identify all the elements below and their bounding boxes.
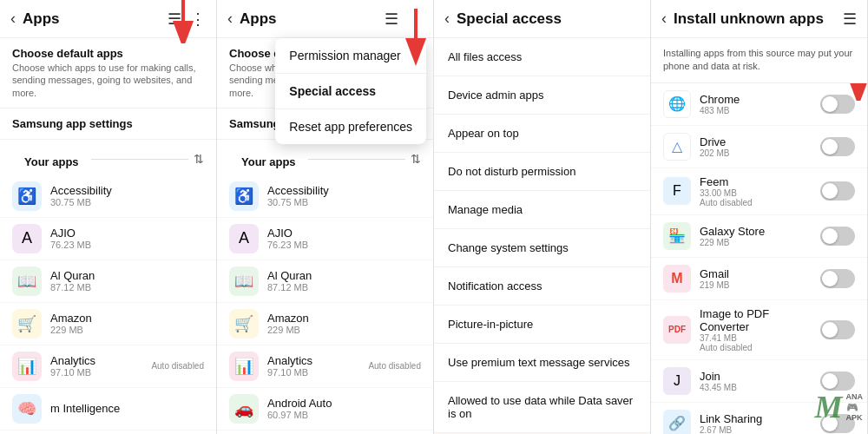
- list-item[interactable]: 🏪 Galaxy Store 229 MB: [651, 215, 867, 258]
- list-item[interactable]: 🛒 Amazon 229 MB: [0, 303, 216, 345]
- list-item[interactable]: J Join 43.45 MB: [651, 360, 867, 403]
- panel-apps-2: ‹ Apps ☰ ⋮ Permission manager Special ac…: [217, 0, 434, 434]
- list-item[interactable]: 🧠 m Intelligence: [0, 388, 216, 431]
- do-not-disturb-item[interactable]: Do not disturb permission: [434, 153, 650, 191]
- list-item[interactable]: F Feem 33.00 MB Auto disabled: [651, 168, 867, 215]
- picture-in-picture-item[interactable]: Picture-in-picture: [434, 306, 650, 344]
- list-item[interactable]: 🔗 Link Sharing 2.67 MB: [651, 403, 867, 434]
- samsung-settings-section[interactable]: Samsung app settings: [0, 108, 216, 140]
- list-item[interactable]: 🌐 Chrome 483 MB: [651, 83, 867, 126]
- pdf-toggle[interactable]: [820, 320, 855, 339]
- analytics-icon2: 📊: [229, 352, 259, 381]
- gmail-toggle[interactable]: [820, 269, 855, 288]
- app-name: Chrome: [700, 93, 820, 106]
- app-info: Image to PDF Converter 37.41 MB Auto dis…: [700, 307, 820, 352]
- choose-default-desc: Choose which apps to use for making call…: [12, 62, 204, 99]
- panel2-back-button[interactable]: ‹: [227, 10, 233, 28]
- app-name: Link Sharing: [700, 412, 820, 425]
- chrome-toggle[interactable]: [820, 95, 855, 114]
- change-system-settings-item[interactable]: Change system settings: [434, 229, 650, 267]
- list-item[interactable]: 🌐 Android System WebView: [0, 431, 216, 434]
- panel1-content: Choose default apps Choose which apps to…: [0, 38, 216, 434]
- join-toggle[interactable]: [820, 372, 855, 391]
- app-info: Amazon 229 MB: [50, 312, 204, 335]
- filter-icon2[interactable]: ⇅: [411, 152, 421, 166]
- panel-special-access: ‹ Special access All files access Device…: [434, 0, 651, 434]
- list-item[interactable]: 📊 Analytics 97.10 MB Auto disabled: [217, 345, 433, 388]
- drive-toggle[interactable]: [820, 137, 855, 156]
- panel-install-unknown-apps: ‹ Install unknown apps ☰ Installing apps…: [651, 0, 868, 434]
- panel2-sort-icon[interactable]: ☰: [385, 10, 398, 29]
- gmail-icon: M: [663, 265, 691, 293]
- choose-default-title: Choose default apps: [12, 47, 204, 60]
- link-toggle[interactable]: [820, 414, 855, 433]
- amazon-icon: 🛒: [12, 309, 42, 339]
- list-item[interactable]: 📖 Al Quran 87.12 MB: [0, 260, 216, 303]
- link-icon: 🔗: [663, 410, 691, 434]
- list-item[interactable]: 🚗 Android Auto 60.97 MB: [217, 388, 433, 431]
- your-apps-label2: Your apps: [229, 147, 308, 172]
- app-size: 87.12 MB: [50, 282, 204, 293]
- special-access-item[interactable]: Special access: [275, 74, 426, 109]
- panel4-back-button[interactable]: ‹: [661, 10, 667, 28]
- app-info: Analytics 97.10 MB: [50, 354, 151, 378]
- list-item[interactable]: △ Drive 202 MB: [651, 126, 867, 168]
- panel2-more-icon[interactable]: ⋮: [407, 10, 423, 29]
- all-files-access-item[interactable]: All files access: [434, 38, 650, 76]
- filter-icon[interactable]: ⇅: [194, 152, 204, 166]
- app-name: Feem: [700, 175, 820, 188]
- app-size: 60.97 MB: [267, 410, 421, 420]
- panel2-header: ‹ Apps ☰ ⋮: [217, 0, 433, 38]
- app-info: Gmail 219 MB: [700, 267, 820, 290]
- list-item[interactable]: ♿ Accessibility 30.75 MB: [217, 175, 433, 218]
- app-size: 76.23 MB: [50, 240, 204, 250]
- join-icon: J: [663, 367, 691, 395]
- appear-on-top-item[interactable]: Appear on top: [434, 115, 650, 153]
- panel3-back-button[interactable]: ‹: [444, 10, 450, 28]
- choose-default-section[interactable]: Choose default apps Choose which apps to…: [0, 38, 216, 108]
- data-saver-item[interactable]: Allowed to use data while Data saver is …: [434, 382, 650, 433]
- alquran-icon2: 📖: [229, 266, 259, 296]
- feem-icon: F: [663, 177, 691, 205]
- reset-app-prefs-item[interactable]: Reset app preferences: [275, 109, 426, 144]
- panel4-title: Install unknown apps: [674, 10, 843, 28]
- permission-manager-item[interactable]: Permission manager: [275, 38, 426, 74]
- divider-line: [91, 159, 188, 160]
- list-item[interactable]: 🤖 Android System Intelligence 116 MB: [217, 431, 433, 434]
- apps-list-1: ♿ Accessibility 30.75 MB A AJIO 76.23 MB…: [0, 175, 216, 434]
- premium-sms-item[interactable]: Use premium text message services: [434, 344, 650, 382]
- app-info: Link Sharing 2.67 MB: [700, 412, 820, 434]
- notification-access-item[interactable]: Notification access: [434, 267, 650, 306]
- list-item[interactable]: 📖 Al Quran 87.12 MB: [217, 260, 433, 303]
- app-name: Join: [700, 370, 820, 383]
- list-item[interactable]: PDF Image to PDF Converter 37.41 MB Auto…: [651, 300, 867, 360]
- panel4-search-icon[interactable]: ☰: [843, 10, 857, 29]
- list-item[interactable]: A AJIO 76.23 MB: [0, 218, 216, 260]
- app-name: Accessibility: [50, 184, 204, 197]
- panel1-more-icon[interactable]: ⋮: [190, 10, 206, 29]
- list-item[interactable]: ♿ Accessibility 30.75 MB: [0, 175, 216, 218]
- app-info: Drive 202 MB: [700, 135, 820, 158]
- app-info: Galaxy Store 229 MB: [700, 225, 820, 247]
- list-item[interactable]: M Gmail 219 MB: [651, 258, 867, 300]
- app-name: Analytics: [267, 354, 368, 367]
- app-name: Amazon: [50, 312, 204, 325]
- manage-media-item[interactable]: Manage media: [434, 191, 650, 229]
- panel1-header: ‹ Apps ☰ ⋮: [0, 0, 216, 38]
- panel1-back-button[interactable]: ‹: [10, 10, 16, 28]
- app-size: 97.10 MB: [50, 367, 151, 378]
- feem-toggle[interactable]: [820, 181, 855, 201]
- list-item[interactable]: 📊 Analytics 97.10 MB Auto disabled: [0, 345, 216, 388]
- panel1-header-icons: ☰ ⋮: [168, 10, 206, 29]
- app-size: 76.23 MB: [267, 240, 421, 250]
- panel1-sort-icon[interactable]: ☰: [168, 10, 181, 29]
- app-size: 30.75 MB: [267, 197, 421, 207]
- ajio-icon2: A: [229, 224, 259, 253]
- app-size: 37.41 MB: [700, 333, 820, 343]
- list-item[interactable]: 🛒 Amazon 229 MB: [217, 303, 433, 345]
- device-admin-item[interactable]: Device admin apps: [434, 76, 650, 115]
- your-apps-divider2: Your apps ⇅: [217, 140, 433, 175]
- galaxy-toggle[interactable]: [820, 227, 855, 246]
- pdf-icon: PDF: [663, 316, 691, 344]
- list-item[interactable]: A AJIO 76.23 MB: [217, 218, 433, 260]
